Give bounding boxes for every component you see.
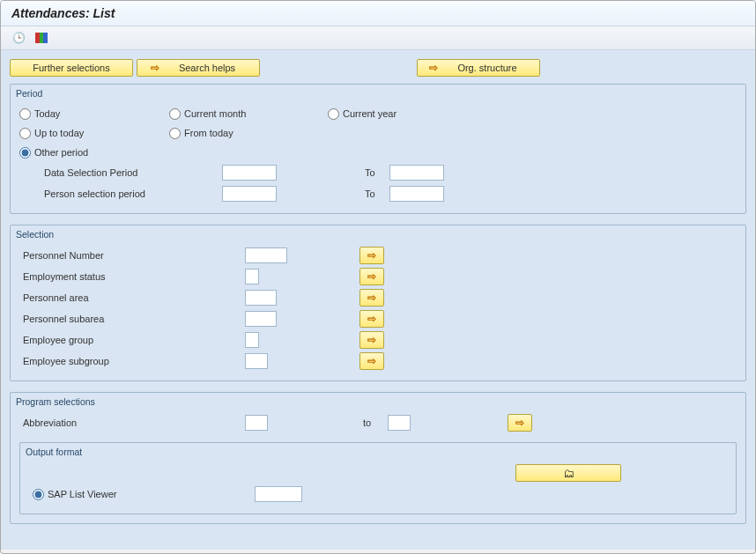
selection-row: Employee group⇨: [19, 329, 737, 351]
abbreviation-from-input[interactable]: [245, 415, 268, 431]
selection-row-input[interactable]: [245, 332, 259, 348]
radio-from-today[interactable]: From today: [169, 128, 328, 139]
data-selection-period-label: Data Selection Period: [19, 167, 222, 178]
selection-row-input[interactable]: [245, 311, 277, 327]
arrow-right-icon: ⇨: [367, 292, 376, 304]
arrow-right-icon: ⇨: [515, 417, 524, 429]
radio-from-today-input[interactable]: [169, 128, 181, 139]
selection-row-label: Employee subgroup: [19, 356, 245, 366]
selection-multiselect-button[interactable]: ⇨: [359, 247, 384, 264]
radio-current-year-input[interactable]: [328, 108, 339, 120]
radio-sap-list-viewer-label: SAP List Viewer: [48, 489, 116, 499]
output-format-group: Output format 🗂 SAP List Viewer: [19, 442, 737, 514]
arrow-right-icon: ⇨: [429, 62, 438, 74]
selection-legend: Selection: [16, 229, 737, 240]
radio-other-period-input[interactable]: [19, 147, 31, 159]
selection-multiselect-button[interactable]: ⇨: [359, 310, 384, 328]
org-structure-button[interactable]: ⇨ Org. structure: [417, 59, 540, 77]
output-format-legend: Output format: [26, 447, 727, 457]
execute-icon[interactable]: [10, 30, 27, 46]
selection-multiselect-button[interactable]: ⇨: [359, 289, 384, 307]
radio-current-month-input[interactable]: [169, 108, 181, 120]
arrow-right-icon: ⇨: [367, 270, 376, 283]
selection-row-input[interactable]: [245, 247, 287, 263]
data-selection-from-input[interactable]: [222, 165, 277, 181]
arrow-right-icon: ⇨: [367, 355, 376, 367]
radio-up-to-today-label: Up to today: [34, 128, 84, 138]
radio-other-period-label: Other period: [34, 147, 88, 158]
radio-current-month[interactable]: Current month: [169, 108, 328, 120]
radio-sap-list-viewer[interactable]: SAP List Viewer: [29, 489, 255, 500]
radio-current-month-label: Current month: [184, 108, 246, 119]
page-title: Attendances: List: [1, 1, 755, 26]
selection-row: Personnel subarea⇨: [19, 308, 737, 329]
selection-row-label: Personnel Number: [19, 250, 245, 261]
toolbar: [1, 26, 755, 50]
abbreviation-to-label: to: [352, 417, 388, 428]
radio-up-to-today[interactable]: Up to today: [19, 128, 169, 139]
selection-row-input[interactable]: [245, 269, 259, 284]
abbreviation-to-input[interactable]: [388, 415, 411, 431]
selection-row-label: Personnel subarea: [19, 314, 245, 324]
output-layout-button[interactable]: 🗂: [515, 464, 621, 482]
selection-row: Personnel area⇨: [19, 287, 737, 308]
selection-row-label: Personnel area: [19, 292, 245, 303]
abbreviation-label: Abbreviation: [19, 417, 245, 428]
selection-row-input[interactable]: [245, 290, 277, 306]
selection-row: Employment status⇨: [19, 266, 737, 287]
radio-today-label: Today: [34, 108, 60, 119]
radio-up-to-today-input[interactable]: [19, 128, 31, 139]
radio-current-year[interactable]: Current year: [328, 108, 460, 120]
selection-row: Personnel Number⇨: [19, 245, 737, 266]
sheet-icon: 🗂: [563, 467, 574, 480]
alv-variant-input[interactable]: [255, 486, 302, 502]
selection-row: Employee subgroup⇨: [19, 351, 737, 372]
program-selections-group: Program selections Abbreviation to ⇨ Out…: [10, 392, 746, 524]
selection-row-label: Employment status: [19, 271, 245, 282]
layout-icon[interactable]: [33, 30, 50, 46]
clock-icon: [12, 32, 26, 44]
program-legend: Program selections: [16, 396, 737, 407]
selection-multiselect-button[interactable]: ⇨: [359, 331, 384, 349]
abbreviation-multiselect-button[interactable]: ⇨: [508, 414, 532, 432]
person-selection-to-label: To: [354, 188, 389, 199]
radio-today-input[interactable]: [19, 108, 31, 120]
person-selection-to-input[interactable]: [389, 186, 444, 202]
person-selection-from-input[interactable]: [222, 186, 277, 202]
rgb-bars-icon: [35, 33, 48, 43]
arrow-right-icon: ⇨: [367, 313, 376, 325]
search-helps-label: Search helps: [179, 63, 235, 73]
arrow-right-icon: ⇨: [151, 62, 159, 74]
content-area: Further selections ⇨ Search helps ⇨ Org.…: [1, 50, 755, 550]
period-legend: Period: [16, 88, 737, 99]
arrow-right-icon: ⇨: [367, 334, 376, 346]
radio-sap-list-viewer-input[interactable]: [33, 489, 44, 500]
data-selection-to-label: To: [354, 167, 389, 178]
period-group: Period Today Current month Current year …: [10, 84, 746, 214]
radio-from-today-label: From today: [184, 128, 233, 138]
selection-multiselect-button[interactable]: ⇨: [359, 352, 384, 370]
arrow-right-icon: ⇨: [367, 249, 376, 262]
org-structure-label: Org. structure: [457, 63, 516, 73]
radio-current-year-label: Current year: [343, 108, 397, 119]
selection-group: Selection Personnel Number⇨Employment st…: [10, 225, 746, 381]
search-helps-button[interactable]: ⇨ Search helps: [137, 59, 260, 77]
top-button-row: Further selections ⇨ Search helps ⇨ Org.…: [10, 59, 746, 77]
radio-today[interactable]: Today: [19, 108, 169, 120]
further-selections-button[interactable]: Further selections: [10, 59, 133, 77]
radio-other-period[interactable]: Other period: [19, 147, 169, 159]
data-selection-to-input[interactable]: [389, 165, 444, 181]
person-selection-period-label: Person selection period: [19, 188, 222, 199]
selection-row-input[interactable]: [245, 353, 268, 369]
selection-multiselect-button[interactable]: ⇨: [359, 268, 384, 285]
selection-row-label: Employee group: [19, 335, 245, 345]
